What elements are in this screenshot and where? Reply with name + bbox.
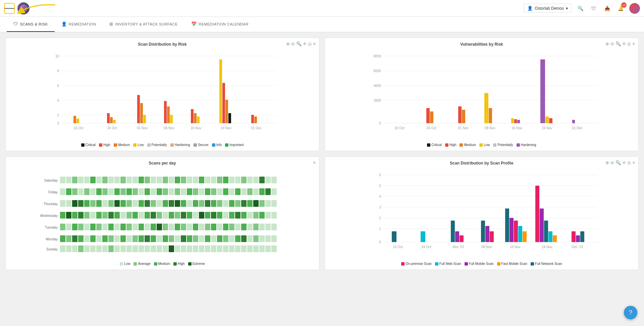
inbox-button[interactable]: 📥 (602, 4, 612, 13)
svg-rect-233 (96, 224, 102, 230)
svg-text:08 Nov: 08 Nov (485, 126, 495, 130)
svg-rect-288 (211, 235, 216, 242)
svg-rect-43 (228, 113, 231, 123)
svg-rect-243 (157, 224, 162, 230)
zoom-in-icon4[interactable]: ⊕ (605, 160, 609, 165)
svg-text:16 Oct: 16 Oct (393, 245, 403, 249)
settings-icon[interactable]: ◎ (308, 41, 312, 46)
svg-rect-179 (205, 200, 210, 207)
svg-rect-370 (540, 208, 544, 242)
svg-rect-68 (489, 108, 492, 123)
svg-rect-306 (102, 245, 108, 252)
svg-rect-254 (223, 224, 228, 230)
zoom-icon2[interactable]: 🔍 (615, 41, 621, 46)
svg-text:16 Nov: 16 Nov (512, 126, 522, 130)
svg-rect-162 (102, 200, 108, 207)
tab-remediation-calendar[interactable]: 📅 REMEDIATION CALENDAR (184, 17, 255, 32)
svg-rect-229 (72, 224, 77, 230)
svg-rect-270 (102, 235, 108, 242)
menu-icon3[interactable]: ≡ (313, 160, 316, 165)
zoom-icon[interactable]: 🔍 (296, 41, 302, 46)
svg-rect-273 (120, 235, 126, 242)
svg-rect-372 (548, 231, 552, 242)
svg-rect-199 (108, 212, 114, 219)
svg-rect-278 (151, 235, 156, 242)
menu-icon[interactable]: ≡ (313, 41, 316, 46)
svg-text:8000: 8000 (374, 54, 381, 58)
scan-dist-profile-title: Scan Distribution by Scan Profile (329, 161, 634, 166)
svg-rect-167 (132, 200, 138, 207)
zoom-icon4[interactable]: 🔍 (615, 160, 621, 165)
svg-rect-38 (194, 113, 197, 123)
user-menu[interactable]: 👤 Ostorlab Demos ▾ (524, 4, 572, 13)
tab-remediation[interactable]: 👤 REMEDIATION (55, 17, 103, 32)
svg-rect-40 (219, 59, 222, 123)
svg-rect-281 (169, 235, 174, 242)
svg-rect-181 (217, 200, 222, 207)
zoom-out-icon2[interactable]: ⊖ (610, 41, 614, 46)
svg-rect-259 (253, 224, 259, 230)
legend-potentially: Potentially (147, 143, 167, 147)
shield-button[interactable]: 🛡 (589, 4, 598, 13)
menu-icon2[interactable]: ≡ (632, 41, 635, 46)
svg-rect-319 (181, 245, 186, 252)
svg-rect-300 (66, 245, 71, 252)
move-icon[interactable]: ✛ (303, 41, 307, 46)
svg-rect-152 (259, 188, 265, 195)
avatar[interactable] (629, 3, 640, 14)
svg-rect-70 (514, 119, 517, 123)
svg-rect-109 (217, 177, 222, 183)
svg-rect-96 (139, 177, 144, 183)
svg-rect-136 (163, 188, 168, 195)
svg-rect-102 (175, 177, 180, 183)
tab-inventory[interactable]: ⊞ INVENTORY & ATTACK SURFACE (103, 17, 184, 32)
legend-info: Info (212, 143, 222, 147)
move-icon2[interactable]: ✛ (622, 41, 626, 46)
legend-high-heat: High (173, 262, 185, 266)
svg-rect-134 (151, 188, 156, 195)
menu-button[interactable] (4, 3, 15, 14)
zoom-in-icon[interactable]: ⊕ (286, 41, 290, 46)
svg-rect-41 (222, 83, 225, 123)
svg-text:6: 6 (379, 173, 381, 177)
svg-rect-371 (544, 221, 548, 242)
settings-icon4[interactable]: ◎ (627, 160, 631, 165)
svg-rect-105 (193, 177, 198, 183)
zoom-out-icon4[interactable]: ⊖ (610, 160, 614, 165)
svg-rect-170 (151, 200, 156, 207)
svg-rect-286 (199, 235, 204, 242)
svg-rect-151 (253, 188, 259, 195)
tab-scans-risk[interactable]: 🛡 SCANS & RISK (7, 17, 55, 32)
svg-rect-175 (181, 200, 186, 207)
svg-rect-218 (223, 212, 228, 219)
zoom-out-icon[interactable]: ⊖ (291, 41, 295, 46)
svg-rect-280 (163, 235, 168, 242)
legend-medium: Medium (114, 143, 130, 147)
svg-rect-196 (90, 212, 96, 219)
svg-text:Dec '23: Dec '23 (572, 245, 583, 249)
move-icon4[interactable]: ✛ (622, 160, 626, 165)
search-button[interactable]: 🔍 (576, 4, 585, 13)
svg-rect-27 (76, 119, 79, 123)
svg-rect-31 (137, 95, 140, 123)
scan-distribution-risk-card: Scan Distribution by Risk ⊕ ⊖ 🔍 ✛ ◎ ≡ 10… (5, 38, 319, 151)
svg-rect-187 (253, 200, 259, 207)
person-tab-icon: 👤 (61, 21, 67, 27)
svg-rect-205 (145, 212, 150, 219)
svg-rect-155 (60, 200, 65, 207)
scans-day-title: Scans per day (10, 161, 315, 166)
svg-rect-302 (78, 245, 84, 252)
svg-rect-203 (132, 212, 138, 219)
svg-rect-239 (132, 224, 138, 230)
settings-icon2[interactable]: ◎ (627, 41, 631, 46)
svg-rect-30 (113, 120, 116, 123)
svg-rect-141 (193, 188, 198, 195)
notification-button[interactable]: 🔔 13 (616, 4, 625, 13)
scans-per-day-card: Scans per day ≡ Saturday Friday Thursday… (5, 156, 319, 270)
svg-rect-182 (223, 200, 228, 207)
zoom-in-icon2[interactable]: ⊕ (605, 41, 609, 46)
svg-rect-165 (120, 200, 126, 207)
svg-rect-274 (126, 235, 132, 242)
menu-icon4[interactable]: ≡ (632, 160, 635, 165)
svg-rect-202 (126, 212, 132, 219)
